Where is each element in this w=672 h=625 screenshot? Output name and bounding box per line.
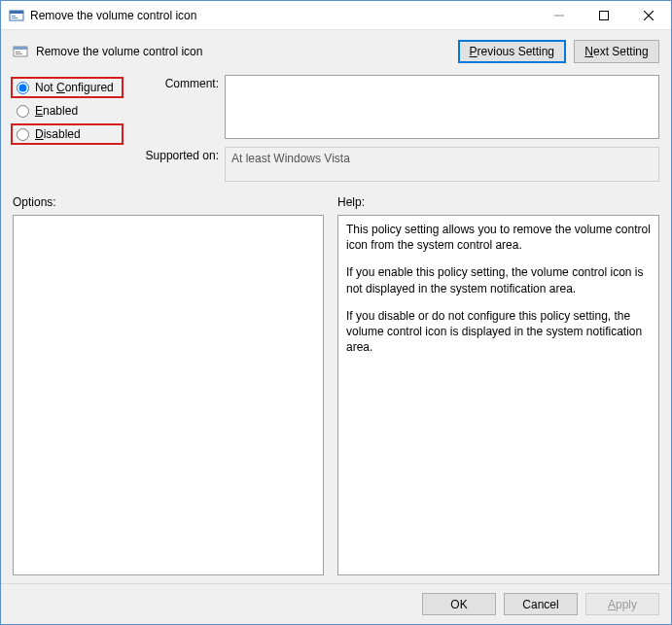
- next-label-rest: ext Setting: [593, 45, 649, 58]
- close-button[interactable]: [626, 1, 671, 29]
- prev-label-rest: revious Setting: [477, 45, 554, 58]
- minimize-button[interactable]: [537, 1, 582, 29]
- pane-labels: Options: Help:: [13, 195, 659, 209]
- svg-rect-9: [14, 47, 27, 50]
- svg-rect-5: [600, 11, 609, 19]
- comment-label: Comment:: [135, 75, 219, 90]
- radio-group: Not Configured Enabled Disabled: [13, 75, 122, 182]
- radio-disabled[interactable]: Disabled: [13, 125, 122, 143]
- svg-line-7: [644, 11, 654, 20]
- window-controls: [537, 1, 671, 29]
- help-paragraph-1: This policy setting allows you to remove…: [346, 222, 651, 253]
- titlebar: Remove the volume control icon: [1, 1, 671, 30]
- radio-not-configured-label: Not Configured: [35, 81, 114, 94]
- radio-disabled-label: Disabled: [35, 127, 81, 141]
- comment-row: Comment:: [135, 75, 659, 139]
- config-row: Not Configured Enabled Disabled Comment:: [13, 75, 659, 182]
- dialog-window: Remove the volume control icon Remove th…: [0, 0, 672, 625]
- radio-enabled-input[interactable]: [17, 105, 29, 118]
- next-setting-button[interactable]: Next Setting: [574, 40, 659, 63]
- radio-not-configured[interactable]: Not Configured: [13, 79, 122, 96]
- body-area: Not Configured Enabled Disabled Comment:: [1, 69, 671, 583]
- supported-value: At least Windows Vista: [225, 147, 659, 182]
- svg-rect-3: [12, 17, 18, 18]
- policy-title: Remove the volume control icon: [36, 45, 450, 58]
- svg-rect-10: [16, 52, 20, 52]
- apply-rest: pply: [616, 598, 637, 611]
- svg-rect-1: [10, 11, 23, 14]
- cancel-button[interactable]: Cancel: [504, 593, 578, 615]
- radio-enabled[interactable]: Enabled: [13, 102, 122, 120]
- window-title: Remove the volume control icon: [30, 9, 537, 22]
- supported-row: Supported on: At least Windows Vista: [135, 147, 659, 182]
- help-pane: This policy setting allows you to remove…: [337, 215, 659, 575]
- previous-setting-button[interactable]: Previous Setting: [458, 40, 566, 63]
- policy-icon: [9, 8, 24, 23]
- maximize-button[interactable]: [582, 1, 626, 29]
- svg-rect-2: [12, 16, 16, 17]
- ok-button[interactable]: OK: [422, 593, 496, 615]
- options-pane: [13, 215, 324, 575]
- radio-enabled-label: Enabled: [35, 104, 78, 118]
- help-label: Help:: [337, 195, 659, 209]
- fields-column: Comment: Supported on: At least Windows …: [135, 75, 659, 182]
- comment-input[interactable]: [225, 75, 659, 139]
- svg-rect-11: [16, 53, 22, 54]
- header-row: Remove the volume control icon Previous …: [1, 30, 671, 69]
- radio-not-configured-input[interactable]: [17, 82, 29, 94]
- options-label: Options:: [13, 195, 324, 209]
- supported-label: Supported on:: [135, 147, 219, 162]
- footer: OK Cancel Apply: [1, 583, 671, 624]
- apply-button[interactable]: Apply: [585, 593, 659, 615]
- svg-line-6: [644, 11, 654, 20]
- policy-header-icon: [13, 44, 28, 59]
- help-paragraph-3: If you disable or do not configure this …: [346, 308, 651, 356]
- radio-disabled-input[interactable]: [17, 128, 29, 141]
- help-paragraph-2: If you enable this policy setting, the v…: [346, 264, 651, 295]
- panes: This policy setting allows you to remove…: [13, 215, 659, 575]
